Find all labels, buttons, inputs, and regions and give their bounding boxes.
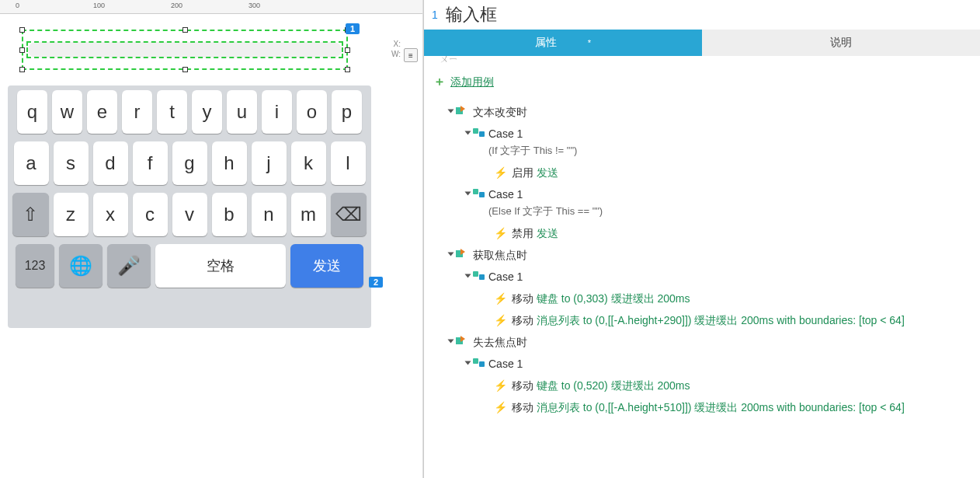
bolt-icon: ⚡ <box>494 377 507 394</box>
case-icon <box>473 358 485 368</box>
case-node[interactable]: Case 1 (If 文字于 This != "") <box>466 123 971 162</box>
key-d[interactable]: d <box>93 141 128 185</box>
inspector-tabs: 属性* 说明 <box>424 30 980 56</box>
bolt-icon: ⚡ <box>494 399 507 416</box>
event-icon <box>456 249 468 260</box>
key-z[interactable]: z <box>54 193 89 236</box>
resize-handle[interactable] <box>19 27 25 33</box>
key-h[interactable]: h <box>212 141 247 185</box>
key-w[interactable]: w <box>52 90 82 134</box>
footnote-ref: 1 <box>432 9 438 21</box>
truncated-above: ㄨㄧ <box>424 53 980 66</box>
canvas-panel: 0 100 200 300 1 X: W: <box>0 0 423 478</box>
case-node[interactable]: Case 1 <box>466 266 971 288</box>
event-icon <box>456 106 468 117</box>
footnote-badge-1: 1 <box>346 23 360 34</box>
selected-widget-inputbox[interactable] <box>22 30 348 70</box>
ruler-horizontal: 0 100 200 300 <box>0 0 422 14</box>
key-u[interactable]: u <box>227 90 257 134</box>
action-node[interactable]: ⚡ 启用 发送 <box>494 162 971 183</box>
key-a[interactable]: a <box>14 141 49 185</box>
key-p[interactable]: p <box>332 90 362 134</box>
shift-key[interactable]: ⇧ <box>12 193 49 236</box>
position-readout: X: W: <box>391 39 401 59</box>
key-c[interactable]: c <box>133 193 168 236</box>
inspector-panel: 1 输入框 属性* 说明 ㄨㄧ ＋ 添加用例 文本改变时 Case 1 <box>423 0 980 478</box>
key-f[interactable]: f <box>133 141 168 185</box>
resize-handle[interactable] <box>182 67 188 72</box>
bolt-icon: ⚡ <box>494 312 507 329</box>
action-node[interactable]: ⚡ 移动 消息列表 to (0,[[-A.height+290]]) 缓进缓出 … <box>494 309 971 331</box>
resize-handle[interactable] <box>19 47 25 53</box>
event-got-focus[interactable]: 获取焦点时 <box>449 244 971 266</box>
footnote-badge-2: 2 <box>369 277 383 288</box>
globe-key-icon[interactable]: 🌐 <box>59 244 103 288</box>
key-t[interactable]: t <box>157 90 187 134</box>
space-key[interactable]: 空格 <box>155 244 286 288</box>
action-node[interactable]: ⚡ 移动 消息列表 to (0,[[-A.height+510]]) 缓进缓出 … <box>494 396 971 418</box>
notes-toggle-icon[interactable]: ≡ <box>404 48 418 62</box>
action-node[interactable]: ⚡ 禁用 发送 <box>494 222 971 244</box>
mic-key-icon[interactable]: 🎤 <box>107 244 151 288</box>
action-node[interactable]: ⚡ 移动 键盘 to (0,303) 缓进缓出 200ms <box>494 288 971 309</box>
event-icon <box>456 336 468 347</box>
bolt-icon: ⚡ <box>494 290 507 307</box>
key-l[interactable]: l <box>331 141 366 185</box>
resize-handle[interactable] <box>19 67 25 72</box>
case-node[interactable]: Case 1 <box>466 353 971 375</box>
key-o[interactable]: o <box>297 90 327 134</box>
numbers-key[interactable]: 123 <box>16 244 54 288</box>
case-icon <box>473 128 485 138</box>
key-m[interactable]: m <box>291 193 326 236</box>
add-case-link[interactable]: 添加用例 <box>450 75 494 89</box>
resize-handle[interactable] <box>182 27 188 33</box>
send-key[interactable]: 发送 <box>290 244 363 288</box>
bolt-icon: ⚡ <box>494 164 507 181</box>
widget-name[interactable]: 输入框 <box>446 3 497 26</box>
event-text-change[interactable]: 文本改变时 <box>449 101 971 123</box>
resize-handle[interactable] <box>345 47 350 53</box>
widget-title-row: 1 输入框 <box>424 0 980 30</box>
case-node[interactable]: Case 1 (Else If 文字于 This == "") <box>466 183 971 222</box>
key-i[interactable]: i <box>262 90 292 134</box>
key-n[interactable]: n <box>252 193 287 236</box>
plus-icon: ＋ <box>433 74 446 90</box>
key-e[interactable]: e <box>87 90 117 134</box>
resize-handle[interactable] <box>345 67 350 72</box>
case-icon <box>473 189 485 198</box>
bolt-icon: ⚡ <box>494 225 507 242</box>
key-y[interactable]: y <box>192 90 222 134</box>
key-x[interactable]: x <box>93 193 128 236</box>
key-k[interactable]: k <box>291 141 326 185</box>
key-q[interactable]: q <box>17 90 47 134</box>
tab-notes[interactable]: 说明 <box>702 30 980 56</box>
key-v[interactable]: v <box>172 193 207 236</box>
backspace-key[interactable]: ⌫ <box>331 193 367 236</box>
case-icon <box>473 271 485 281</box>
key-s[interactable]: s <box>54 141 89 185</box>
event-lost-focus[interactable]: 失去焦点时 <box>449 331 971 353</box>
action-node[interactable]: ⚡ 移动 键盘 to (0,520) 缓进缓出 200ms <box>494 375 971 396</box>
add-case-row[interactable]: ＋ 添加用例 <box>424 66 980 98</box>
key-b[interactable]: b <box>212 193 247 236</box>
key-j[interactable]: j <box>252 141 287 185</box>
interactions-tree: 文本改变时 Case 1 (If 文字于 This != "") ⚡ 启用 发送 <box>424 98 980 478</box>
ios-keyboard-widget[interactable]: qwertyuiop asdfghjkl ⇧ zxcvbnm ⌫ 123 🌐 🎤… <box>8 85 371 328</box>
tab-properties[interactable]: 属性* <box>424 30 702 56</box>
key-g[interactable]: g <box>172 141 207 185</box>
key-r[interactable]: r <box>122 90 152 134</box>
